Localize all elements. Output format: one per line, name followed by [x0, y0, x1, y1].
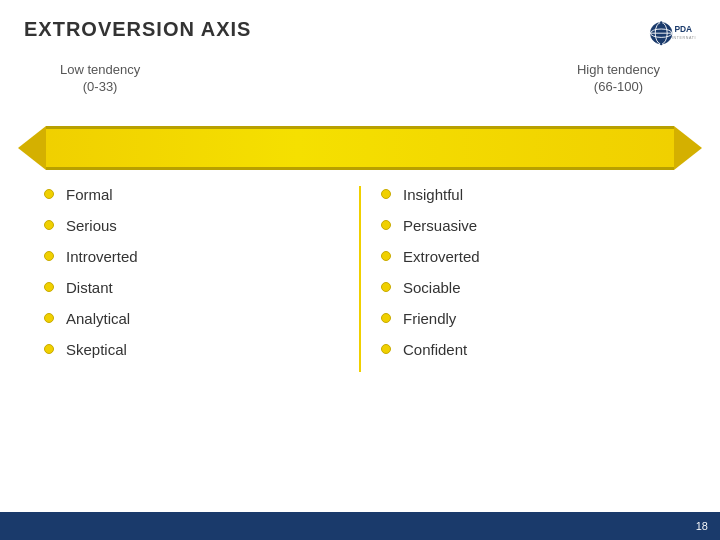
bullet-dot: [44, 282, 54, 292]
list-item: Persuasive: [381, 217, 676, 234]
bullet-dot: [44, 344, 54, 354]
list-item: Insightful: [381, 186, 676, 203]
list-item: Confident: [381, 341, 676, 358]
bullet-dot: [44, 189, 54, 199]
right-column: InsightfulPersuasiveExtrovertedSociableF…: [361, 186, 696, 372]
list-item: Friendly: [381, 310, 676, 327]
arrow-wrap: [18, 126, 702, 170]
item-label: Distant: [66, 279, 113, 296]
logo-area: PDA INTERNATIONAL: [648, 14, 696, 62]
item-label: Insightful: [403, 186, 463, 203]
list-item: Extroverted: [381, 248, 676, 265]
bullet-dot: [381, 313, 391, 323]
tendency-labels-row: Low tendency (0-33) High tendency (66-10…: [0, 62, 720, 96]
item-label: Extroverted: [403, 248, 480, 265]
bullet-dot: [381, 282, 391, 292]
item-label: Confident: [403, 341, 467, 358]
list-item: Analytical: [44, 310, 339, 327]
bullet-dot: [381, 189, 391, 199]
page-title: EXTROVERSION AXIS: [24, 18, 251, 41]
item-label: Formal: [66, 186, 113, 203]
bullet-dot: [44, 313, 54, 323]
list-item: Formal: [44, 186, 339, 203]
low-tendency-label: Low tendency (0-33): [60, 62, 140, 96]
pda-logo: PDA INTERNATIONAL: [648, 14, 696, 62]
svg-text:INTERNATIONAL: INTERNATIONAL: [672, 36, 696, 40]
list-item: Sociable: [381, 279, 676, 296]
list-item: Skeptical: [44, 341, 339, 358]
bullet-dot: [44, 220, 54, 230]
arrow-bar-fill: [46, 126, 674, 170]
content-area: FormalSeriousIntrovertedDistantAnalytica…: [0, 186, 720, 372]
arrow-right-icon: [674, 126, 702, 170]
high-tendency-label: High tendency (66-100): [577, 62, 660, 96]
bullet-dot: [381, 344, 391, 354]
item-label: Introverted: [66, 248, 138, 265]
item-label: Persuasive: [403, 217, 477, 234]
item-label: Skeptical: [66, 341, 127, 358]
item-label: Serious: [66, 217, 117, 234]
left-column: FormalSeriousIntrovertedDistantAnalytica…: [24, 186, 361, 372]
header: EXTROVERSION AXIS PDA INTERNATIONAL: [0, 0, 720, 62]
item-label: Friendly: [403, 310, 456, 327]
list-item: Introverted: [44, 248, 339, 265]
list-item: Distant: [44, 279, 339, 296]
page-number: 18: [696, 520, 708, 532]
bottom-bar: 18: [0, 512, 720, 540]
svg-point-7: [660, 21, 662, 23]
arrow-left-icon: [18, 126, 46, 170]
bullet-dot: [381, 220, 391, 230]
svg-point-8: [660, 43, 662, 45]
bullet-dot: [44, 251, 54, 261]
item-label: Analytical: [66, 310, 130, 327]
arrow-bar: [0, 126, 720, 170]
list-item: Serious: [44, 217, 339, 234]
main-layout: EXTROVERSION AXIS PDA INTERNATIONAL Low: [0, 0, 720, 540]
item-label: Sociable: [403, 279, 461, 296]
bullet-dot: [381, 251, 391, 261]
svg-text:PDA: PDA: [674, 24, 692, 34]
